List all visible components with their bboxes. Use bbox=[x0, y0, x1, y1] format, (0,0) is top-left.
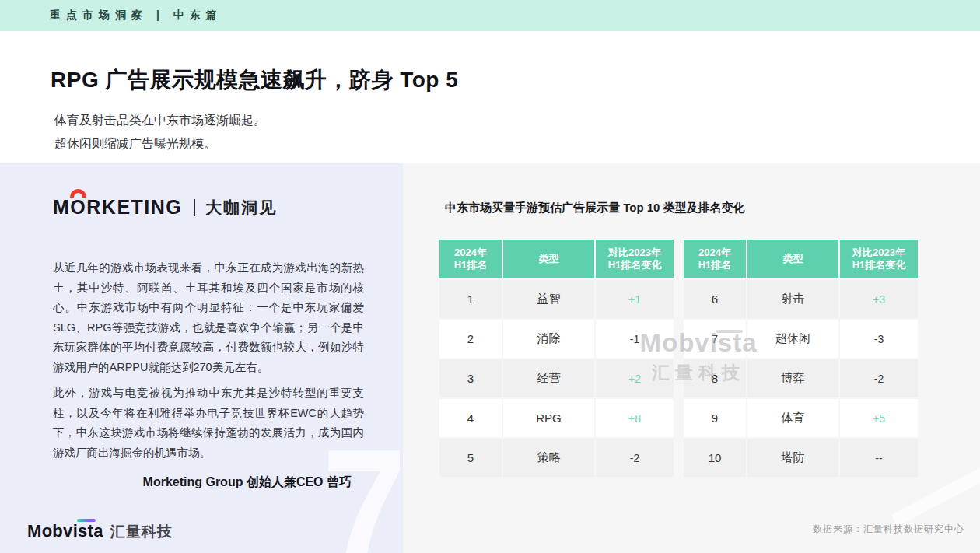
table-row: 4 RPG +8 bbox=[439, 399, 674, 437]
quote-paragraph-2: 此外，游戏与电竞被视为推动中东尤其是沙特转型的重要支柱，以及今年将在利雅得举办电… bbox=[53, 383, 364, 463]
table-row: 2 消除 -1 bbox=[439, 320, 674, 358]
rank-cell: 2 bbox=[439, 320, 502, 358]
ranking-tables: 2024年 H1排名 类型 对比2023年 H1排名变化 1 益智 bbox=[439, 240, 918, 477]
mobvista-logo-text: Mobvi st a bbox=[27, 521, 103, 541]
rank-cell: 6 bbox=[684, 280, 746, 318]
header-rank: 2024年 H1排名 bbox=[684, 240, 746, 278]
type-cell: 超休闲 bbox=[747, 320, 838, 358]
red-arc-icon bbox=[70, 189, 86, 198]
change-cell: +3 bbox=[840, 280, 918, 318]
data-source: 数据来源：汇量科技数据研究中心 bbox=[813, 523, 964, 536]
page-title: RPG 广告展示规模急速飙升，跻身 Top 5 bbox=[51, 65, 458, 95]
change-cell: -2 bbox=[840, 359, 918, 397]
table-title: 中东市场买量手游预估广告展示量 Top 10 类型及排名变化 bbox=[445, 201, 745, 215]
header-type: 类型 bbox=[747, 240, 838, 278]
morketing-logo-text: M O RKETING bbox=[53, 196, 182, 219]
header-change: 对比2023年 H1排名变化 bbox=[840, 240, 918, 278]
morketing-logo-m: M bbox=[53, 196, 70, 219]
table-header-row: 2024年 H1排名 类型 对比2023年 H1排名变化 bbox=[684, 240, 918, 278]
rank-cell: 4 bbox=[439, 399, 502, 437]
type-cell: 塔防 bbox=[747, 439, 838, 477]
header-change: 对比2023年 H1排名变化 bbox=[596, 240, 674, 278]
mobvista-logo: Mobvi st a 汇量科技 bbox=[27, 521, 173, 542]
header-type: 类型 bbox=[503, 240, 594, 278]
type-cell: 射击 bbox=[747, 280, 838, 318]
rank-cell: 1 bbox=[439, 280, 502, 318]
morketing-logo-o: O bbox=[70, 196, 86, 219]
type-cell: 益智 bbox=[503, 280, 594, 318]
rank-cell: 7 bbox=[684, 320, 746, 358]
rank-cell: 3 bbox=[439, 359, 502, 397]
table-row: 3 经营 +2 bbox=[439, 359, 674, 397]
quote-panel: 77 M O RKETING 大咖洞见 从近几年的游戏市场表现来看，中东正在成为… bbox=[0, 163, 403, 553]
table-row: 7 超休闲 -3 bbox=[684, 320, 918, 358]
report-slide: 重点市场洞察 | 中东篇 RPG 广告展示规模急速飙升，跻身 Top 5 体育及… bbox=[0, 0, 980, 553]
mobvista-logo-st: st bbox=[78, 521, 93, 541]
change-cell: +5 bbox=[840, 399, 918, 437]
type-cell: 体育 bbox=[747, 399, 838, 437]
subtitle-line-1: 体育及射击品类在中东市场逐渐崛起。 bbox=[54, 109, 266, 132]
rank-cell: 8 bbox=[684, 359, 746, 397]
morketing-logo: M O RKETING 大咖洞见 bbox=[53, 196, 277, 219]
change-cell: -2 bbox=[596, 439, 674, 477]
table-region: 中东市场买量手游预估广告展示量 Top 10 类型及排名变化 2024年 H1排… bbox=[403, 163, 980, 553]
change-cell: -3 bbox=[840, 320, 918, 358]
table-row: 5 策略 -2 bbox=[439, 439, 674, 477]
change-cell: +1 bbox=[596, 280, 674, 318]
morketing-logo-rest: RKETING bbox=[86, 196, 182, 219]
gradient-bar-icon bbox=[77, 519, 96, 522]
change-cell: -- bbox=[840, 439, 918, 477]
change-cell: +2 bbox=[596, 359, 674, 397]
table-row: 9 体育 +5 bbox=[684, 399, 918, 437]
table-row: 1 益智 +1 bbox=[439, 280, 674, 318]
type-cell: 博弈 bbox=[747, 359, 838, 397]
header-rank: 2024年 H1排名 bbox=[439, 240, 502, 278]
top-banner: 重点市场洞察 | 中东篇 bbox=[0, 0, 980, 31]
table-row: 10 塔防 -- bbox=[684, 439, 918, 477]
ranking-table-1: 2024年 H1排名 类型 对比2023年 H1排名变化 1 益智 bbox=[439, 240, 674, 477]
change-cell: +8 bbox=[596, 399, 674, 437]
subtitle: 体育及射击品类在中东市场逐渐崛起。 超休闲则缩减广告曝光规模。 bbox=[54, 109, 266, 156]
subtitle-line-2: 超休闲则缩减广告曝光规模。 bbox=[54, 132, 266, 156]
rank-cell: 10 bbox=[684, 439, 746, 477]
logo-tagline: 大咖洞见 bbox=[205, 197, 277, 219]
change-cell: -1 bbox=[596, 320, 674, 358]
banner-label: 重点市场洞察 | 中东篇 bbox=[50, 9, 222, 23]
table-header-row: 2024年 H1排名 类型 对比2023年 H1排名变化 bbox=[439, 240, 674, 278]
ranking-table-2: 2024年 H1排名 类型 对比2023年 H1排名变化 6 射击 bbox=[684, 240, 918, 477]
quote-attribution: Morketing Group 创始人兼CEO 曾巧 bbox=[53, 474, 364, 491]
logo-divider bbox=[194, 199, 195, 216]
rank-cell: 9 bbox=[684, 399, 746, 437]
quote-paragraph-1: 从近几年的游戏市场表现来看，中东正在成为游戏出海的新热土，其中沙特、阿联酋、土耳… bbox=[53, 258, 364, 377]
type-cell: RPG bbox=[503, 399, 594, 437]
table-row: 6 射击 +3 bbox=[684, 280, 918, 318]
type-cell: 经营 bbox=[503, 359, 594, 397]
main-section: 77 M O RKETING 大咖洞见 从近几年的游戏市场表现来看，中东正在成为… bbox=[0, 163, 980, 553]
table-row: 8 博弈 -2 bbox=[684, 359, 918, 397]
type-cell: 消除 bbox=[503, 320, 594, 358]
type-cell: 策略 bbox=[503, 439, 594, 477]
mobvista-logo-cn: 汇量科技 bbox=[110, 522, 173, 542]
rank-cell: 5 bbox=[439, 439, 502, 477]
